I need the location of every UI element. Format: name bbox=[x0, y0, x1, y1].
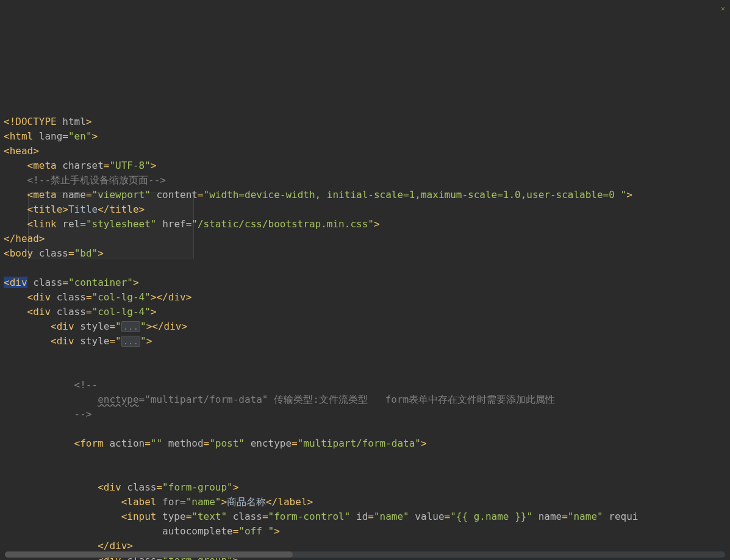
code-line[interactable]: <!-- bbox=[4, 378, 730, 392]
code-line[interactable]: <link rel="stylesheet" href="/static/css… bbox=[4, 217, 730, 232]
code-area[interactable]: <!DOCTYPE html><html lang="en"><head> <m… bbox=[0, 112, 730, 560]
code-line[interactable]: enctype="multipart/form-data" 传输类型:文件流类型… bbox=[4, 392, 730, 407]
code-line[interactable]: <div class="container"> bbox=[4, 275, 730, 290]
horizontal-scrollbar[interactable] bbox=[5, 551, 725, 558]
comment-enctype-val: "multipart/form-data" bbox=[145, 394, 268, 405]
code-line[interactable]: <html lang="en"> bbox=[4, 129, 730, 144]
code-line[interactable]: --> bbox=[4, 407, 730, 422]
code-line[interactable]: <meta name="viewport" content="width=dev… bbox=[4, 188, 730, 202]
code-line[interactable]: <meta charset="UTF-8"> bbox=[4, 158, 730, 173]
code-line[interactable] bbox=[4, 363, 730, 378]
code-line[interactable]: <!--禁止手机设备缩放页面--> bbox=[4, 173, 730, 188]
comment-enctype-rest: 传输类型:文件流类型 form表单中存在文件时需要添加此属性 bbox=[268, 394, 556, 405]
code-line[interactable]: <div class="form-group"> bbox=[4, 480, 730, 495]
code-line[interactable] bbox=[4, 466, 730, 480]
close-icon[interactable]: ✕ bbox=[721, 1, 725, 16]
scrollbar-thumb[interactable] bbox=[5, 551, 293, 558]
code-line[interactable]: <body class="bd"> bbox=[4, 246, 730, 261]
code-line[interactable]: <form action="" method="post" enctype="m… bbox=[4, 436, 730, 451]
label-text-name: 商品名称 bbox=[227, 496, 266, 508]
code-line[interactable]: <!DOCTYPE html> bbox=[4, 115, 730, 129]
code-line[interactable] bbox=[4, 422, 730, 436]
code-line[interactable]: <label for="name">商品名称</label> bbox=[4, 495, 730, 509]
title-text: Title bbox=[68, 204, 98, 215]
code-line[interactable]: </head> bbox=[4, 232, 730, 246]
code-line[interactable]: <input type="text" class="form-control" … bbox=[4, 509, 730, 524]
code-line[interactable]: <head> bbox=[4, 144, 730, 158]
fold-marker[interactable]: ... bbox=[121, 321, 140, 332]
code-editor[interactable]: ✕ <!DOCTYPE html><html lang="en"><head> … bbox=[0, 0, 730, 560]
comment-enctype-attr: enctype bbox=[98, 394, 138, 405]
code-line[interactable]: <div class="col-lg-4"></div> bbox=[4, 290, 730, 305]
code-line[interactable] bbox=[4, 349, 730, 363]
code-line[interactable]: <div style="..."></div> bbox=[4, 319, 730, 334]
code-line[interactable] bbox=[4, 451, 730, 466]
code-line[interactable]: <title>Title</title> bbox=[4, 202, 730, 217]
fold-marker[interactable]: ... bbox=[121, 336, 140, 347]
code-line[interactable]: <div style="..."> bbox=[4, 334, 730, 349]
code-line[interactable] bbox=[4, 261, 730, 275]
code-line[interactable]: autocomplete="off "> bbox=[4, 524, 730, 539]
code-line[interactable]: <div class="col-lg-4"> bbox=[4, 305, 730, 319]
